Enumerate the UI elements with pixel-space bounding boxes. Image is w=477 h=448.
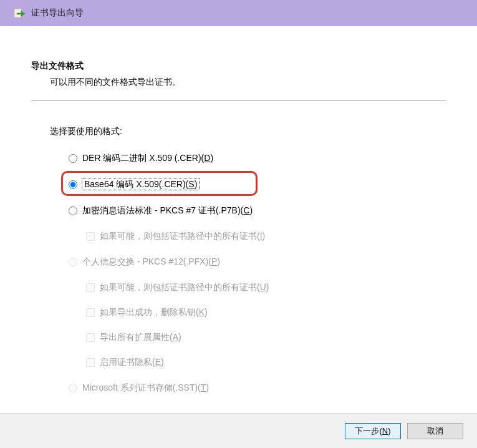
check-pfx-delete: 如果导出成功，删除私钥(K) bbox=[86, 306, 446, 319]
check-pfx-privacy: 启用证书隐私(E) bbox=[86, 356, 446, 369]
option-base64[interactable]: Base64 编码 X.509(.CER)(S) bbox=[69, 177, 446, 192]
page-subtitle: 可以用不同的文件格式导出证书。 bbox=[50, 77, 446, 88]
checkbox-pfx-chain bbox=[86, 283, 95, 292]
label-pkcs7: 加密消息语法标准 - PKCS #7 证书(.P7B)(C) bbox=[82, 205, 253, 217]
window-title: 证书导出向导 bbox=[31, 7, 84, 19]
checkbox-pfx-privacy bbox=[86, 358, 95, 367]
label-base64: Base64 编码 X.509(.CER)(S) bbox=[82, 179, 199, 190]
wizard-content: 导出文件格式 可以用不同的文件格式导出证书。 选择要使用的格式: DER 编码二… bbox=[0, 26, 477, 413]
format-options-group: DER 编码二进制 X.509 (.CER)(D) Base64 编码 X.50… bbox=[69, 151, 446, 396]
radio-base64[interactable] bbox=[69, 180, 77, 189]
option-pkcs7[interactable]: 加密消息语法标准 - PKCS #7 证书(.P7B)(C) bbox=[69, 203, 446, 218]
radio-sst bbox=[69, 384, 77, 392]
next-button[interactable]: 下一步(N) bbox=[345, 423, 401, 439]
radio-pfx bbox=[69, 258, 77, 266]
divider bbox=[31, 100, 446, 101]
option-sst: Microsoft 系列证书存储(.SST)(T) bbox=[69, 381, 446, 396]
page-heading: 导出文件格式 bbox=[31, 61, 446, 72]
label-pfx-ext: 导出所有扩展属性(A) bbox=[100, 332, 181, 343]
check-pfx-ext: 导出所有扩展属性(A) bbox=[86, 331, 446, 344]
label-pfx: 个人信息交换 - PKCS #12(.PFX)(P) bbox=[82, 256, 220, 268]
check-pkcs7-chain: 如果可能，则包括证书路径中的所有证书(I) bbox=[86, 230, 446, 243]
label-pfx-chain: 如果可能，则包括证书路径中的所有证书(U) bbox=[100, 282, 269, 293]
checkbox-pfx-delete bbox=[86, 308, 95, 317]
cancel-button[interactable]: 取消 bbox=[407, 423, 463, 439]
checkbox-pfx-ext bbox=[86, 333, 95, 342]
label-der: DER 编码二进制 X.509 (.CER)(D) bbox=[82, 153, 213, 164]
option-der[interactable]: DER 编码二进制 X.509 (.CER)(D) bbox=[69, 151, 446, 166]
option-pfx: 个人信息交换 - PKCS #12(.PFX)(P) bbox=[69, 255, 446, 270]
label-pkcs7-chain: 如果可能，则包括证书路径中的所有证书(I) bbox=[100, 231, 265, 242]
titlebar: 证书导出向导 bbox=[0, 0, 477, 26]
check-pfx-chain: 如果可能，则包括证书路径中的所有证书(U) bbox=[86, 281, 446, 295]
label-pfx-privacy: 启用证书隐私(E) bbox=[100, 357, 164, 368]
radio-der[interactable] bbox=[69, 154, 77, 163]
label-sst: Microsoft 系列证书存储(.SST)(T) bbox=[82, 382, 209, 394]
footer-bar: 下一步(N) 取消 bbox=[0, 413, 477, 448]
label-pfx-delete: 如果导出成功，删除私钥(K) bbox=[100, 307, 208, 318]
checkbox-pkcs7-chain bbox=[86, 232, 95, 241]
format-prompt: 选择要使用的格式: bbox=[50, 126, 446, 137]
radio-pkcs7[interactable] bbox=[69, 207, 77, 215]
wizard-arrow-icon bbox=[12, 6, 26, 20]
